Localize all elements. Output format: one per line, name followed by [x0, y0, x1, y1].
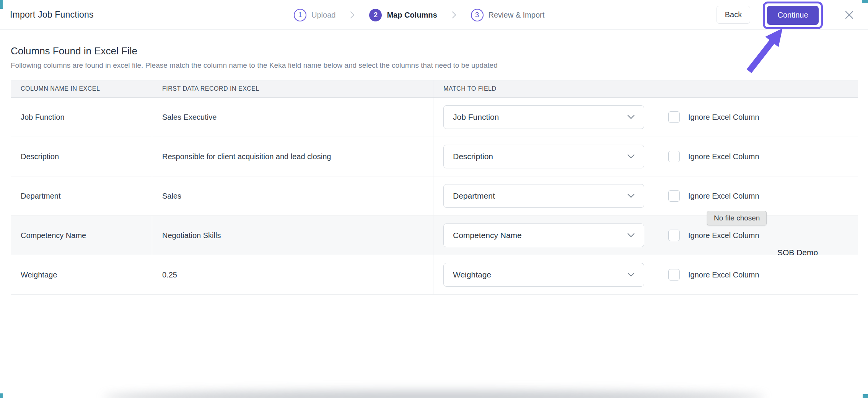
step-number-badge: 3	[471, 9, 484, 21]
match-field-select[interactable]: Job Function	[443, 105, 644, 129]
continue-button[interactable]: Continue	[767, 6, 819, 25]
match-field-selected-value: Description	[453, 152, 493, 161]
ignore-excel-column-label: Ignore Excel Column	[688, 271, 759, 279]
table-row: Weightage0.25WeightageIgnore Excel Colum…	[11, 255, 858, 295]
topbar-actions: Back Continue	[717, 1, 857, 29]
cell-match-to-field: WeightageIgnore Excel Column	[433, 255, 858, 294]
ignore-excel-column-label: Ignore Excel Column	[688, 152, 759, 161]
chevron-down-icon	[627, 115, 635, 119]
cell-excel-column-name: Department	[11, 176, 152, 215]
table-row: DepartmentSalesDepartmentIgnore Excel Co…	[11, 176, 858, 216]
chevron-down-icon	[627, 233, 635, 238]
wizard-step-upload[interactable]: 1Upload	[294, 9, 335, 21]
cell-match-to-field: Job FunctionIgnore Excel Column	[433, 98, 858, 137]
ignore-excel-column-label: Ignore Excel Column	[688, 192, 759, 201]
divider	[833, 6, 833, 24]
back-button[interactable]: Back	[717, 6, 750, 24]
main-content: Columns Found in Excel File Following co…	[0, 45, 868, 295]
ignore-excel-column-checkbox[interactable]	[668, 269, 680, 281]
ignore-excel-column-label: Ignore Excel Column	[688, 231, 759, 240]
ignore-column-group: Ignore Excel Column	[668, 151, 759, 162]
continue-highlight-ring: Continue	[763, 2, 823, 29]
watermark-text: SOB Demo	[777, 248, 818, 257]
match-field-selected-value: Department	[453, 191, 495, 201]
page-title: Import Job Functions	[10, 10, 94, 20]
annotation-arrow-icon	[745, 25, 785, 75]
wizard-steps: 1Upload2Map Columns3Review & Import	[294, 0, 544, 30]
cell-first-data-record: Negotiation Skills	[152, 216, 433, 255]
cell-excel-column-name: Competency Name	[11, 216, 152, 255]
bottom-shadow	[103, 391, 765, 398]
cell-excel-column-name: Description	[11, 137, 152, 176]
table-header-row: COLUMN NAME IN EXCEL FIRST DATA RECORD I…	[11, 80, 858, 98]
cell-first-data-record: Sales	[152, 176, 433, 215]
topbar: Import Job Functions 1Upload2Map Columns…	[0, 0, 868, 30]
step-separator-icon	[350, 11, 355, 19]
cell-match-to-field: DescriptionIgnore Excel Column	[433, 137, 858, 176]
ignore-excel-column-label: Ignore Excel Column	[688, 113, 759, 122]
ignore-column-group: Ignore Excel Column	[668, 230, 759, 241]
wizard-step-map-columns[interactable]: 2Map Columns	[369, 9, 437, 21]
cell-first-data-record: Sales Executive	[152, 98, 433, 137]
match-field-select[interactable]: Description	[443, 145, 644, 168]
cell-excel-column-name: Job Function	[11, 98, 152, 137]
cell-excel-column-name: Weightage	[11, 255, 152, 294]
step-number-badge: 2	[369, 9, 382, 21]
col-header-first-record: FIRST DATA RECORD IN EXCEL	[152, 80, 433, 97]
match-field-select[interactable]: Weightage	[443, 263, 644, 287]
column-mapping-table: COLUMN NAME IN EXCEL FIRST DATA RECORD I…	[11, 80, 858, 295]
corner-marker	[0, 0, 3, 9]
chevron-down-icon	[627, 194, 635, 198]
ignore-excel-column-checkbox[interactable]	[668, 230, 680, 241]
chevron-down-icon	[627, 154, 635, 159]
cell-first-data-record: 0.25	[152, 255, 433, 294]
step-number-badge: 1	[294, 9, 306, 21]
chevron-down-icon	[627, 272, 635, 277]
ignore-excel-column-checkbox[interactable]	[668, 190, 680, 202]
cell-match-to-field: DepartmentIgnore Excel Column	[433, 176, 858, 215]
step-label: Review & Import	[489, 11, 545, 20]
ignore-column-group: Ignore Excel Column	[668, 269, 759, 281]
col-header-excel-name: COLUMN NAME IN EXCEL	[11, 80, 152, 97]
ignore-excel-column-checkbox[interactable]	[668, 111, 680, 123]
ignore-excel-column-checkbox[interactable]	[668, 151, 680, 162]
ignore-column-group: Ignore Excel Column	[668, 190, 759, 202]
corner-marker	[862, 0, 868, 3]
match-field-select[interactable]: Department	[443, 184, 644, 208]
section-heading: Columns Found in Excel File	[11, 45, 858, 57]
step-label: Map Columns	[387, 11, 437, 20]
match-field-selected-value: Competency Name	[453, 231, 522, 240]
match-field-selected-value: Weightage	[453, 270, 491, 279]
step-label: Upload	[311, 11, 335, 20]
no-file-chosen-tooltip: No file chosen	[707, 211, 767, 225]
wizard-step-review-import[interactable]: 3Review & Import	[471, 9, 545, 21]
match-field-selected-value: Job Function	[453, 113, 499, 122]
section-subheading: Following columns are found in excel fil…	[11, 61, 858, 70]
corner-marker	[0, 393, 3, 398]
table-row: DescriptionResponsible for client acquis…	[11, 137, 858, 176]
table-row: Job FunctionSales ExecutiveJob FunctionI…	[11, 98, 858, 137]
close-icon[interactable]	[842, 7, 857, 23]
step-separator-icon	[452, 11, 456, 19]
match-field-select[interactable]: Competency Name	[443, 223, 644, 247]
import-wizard-page: Import Job Functions 1Upload2Map Columns…	[0, 0, 868, 295]
corner-marker	[863, 394, 868, 398]
table-body: Job FunctionSales ExecutiveJob FunctionI…	[11, 98, 858, 295]
cell-first-data-record: Responsible for client acquisition and l…	[152, 137, 433, 176]
col-header-match-field: MATCH TO FIELD	[433, 80, 858, 97]
ignore-column-group: Ignore Excel Column	[668, 111, 759, 123]
